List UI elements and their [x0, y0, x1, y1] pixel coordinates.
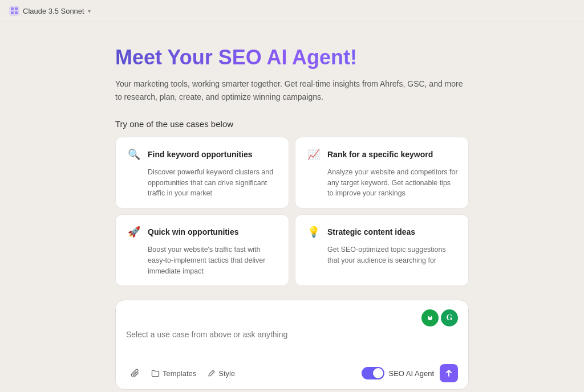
ai-icons-row: G [126, 309, 458, 326]
use-cases-grid: 🔍 Find keyword opportunities Discover po… [115, 137, 469, 287]
style-button[interactable]: Style [203, 366, 240, 381]
model-selector[interactable]: Claude 3.5 Sonnet ▾ [9, 6, 91, 16]
chat-input[interactable] [126, 330, 458, 357]
svg-point-5 [429, 315, 431, 317]
attach-button[interactable] [126, 366, 144, 381]
use-case-card-keyword-opportunities[interactable]: 🔍 Find keyword opportunities Discover po… [115, 137, 289, 209]
chevron-down-icon: ▾ [88, 8, 91, 14]
card-desc: Boost your website's traffic fast with e… [126, 244, 278, 276]
card-desc: Get SEO-optimized topic suggestions that… [306, 244, 458, 266]
svg-rect-1 [15, 7, 18, 10]
model-icon [9, 6, 19, 16]
card-desc: Analyze your website and competitors for… [306, 167, 458, 199]
hero-title: Meet Your SEO AI Agent! [115, 45, 469, 70]
hero-subtitle: Your marketing tools, working smarter to… [115, 77, 469, 103]
pen-icon [208, 369, 216, 377]
main-content: Meet Your SEO AI Agent! Your marketing t… [0, 22, 584, 392]
toggle-knob [373, 368, 383, 378]
card-header: 🔍 Find keyword opportunities [126, 146, 278, 162]
card-title: Find keyword opportunities [148, 150, 253, 159]
use-case-card-rank-keyword[interactable]: 📈 Rank for a specific keyword Analyze yo… [295, 137, 469, 209]
ai-icon-green [421, 309, 439, 326]
rocket-icon: 🚀 [126, 224, 142, 240]
toolbar-left: Templates Style [126, 366, 240, 381]
card-header: 🚀 Quick win opportunities [126, 224, 278, 240]
paperclip-icon [131, 369, 140, 378]
style-label: Style [218, 369, 235, 378]
use-cases-label: Try one of the use cases below [115, 119, 469, 129]
card-desc: Discover powerful keyword clusters and o… [126, 167, 278, 199]
svg-rect-0 [11, 7, 14, 10]
folder-icon [151, 369, 160, 378]
toggle-label: SEO AI Agent [389, 369, 435, 378]
topbar: Claude 3.5 Sonnet ▾ [0, 0, 584, 22]
content-wrapper: Meet Your SEO AI Agent! Your marketing t… [115, 45, 469, 392]
card-header: 📈 Rank for a specific keyword [306, 146, 458, 162]
svg-rect-2 [11, 11, 14, 14]
search-icon: 🔍 [126, 146, 142, 162]
use-case-card-content-ideas[interactable]: 💡 Strategic content ideas Get SEO-optimi… [295, 214, 469, 286]
grammarly-icon: G [441, 309, 458, 326]
seo-agent-toggle[interactable] [362, 367, 384, 379]
svg-rect-3 [15, 11, 18, 14]
use-case-card-quick-wins[interactable]: 🚀 Quick win opportunities Boost your web… [115, 214, 289, 286]
card-title: Strategic content ideas [327, 227, 415, 236]
chat-container: G Templat [115, 300, 469, 390]
templates-label: Templates [163, 369, 196, 378]
card-title: Quick win opportunities [148, 227, 238, 236]
card-header: 💡 Strategic content ideas [306, 224, 458, 240]
chat-toolbar: Templates Style [126, 364, 458, 382]
send-icon [445, 369, 453, 377]
toggle-wrapper[interactable]: SEO AI Agent [362, 367, 435, 379]
send-button[interactable] [440, 364, 458, 382]
card-title: Rank for a specific keyword [327, 150, 433, 159]
chart-icon: 📈 [306, 146, 322, 162]
lightbulb-icon: 💡 [306, 224, 322, 240]
templates-button[interactable]: Templates [147, 366, 201, 381]
model-name: Claude 3.5 Sonnet [23, 7, 84, 15]
toolbar-right: SEO AI Agent [362, 364, 459, 382]
